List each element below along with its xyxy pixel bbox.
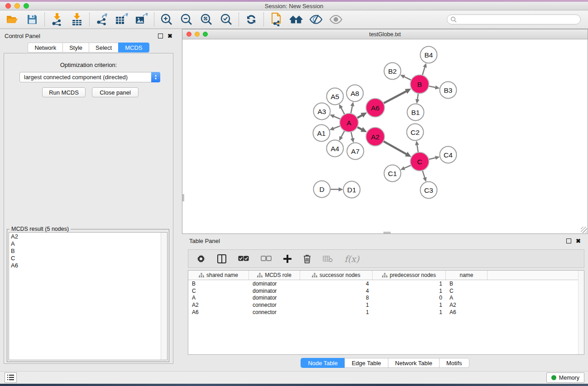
canvas-hscroll-nub[interactable] (383, 232, 391, 234)
node-A[interactable]: A (340, 114, 359, 132)
search-input[interactable] (457, 15, 580, 24)
table-cell[interactable]: A2 (188, 302, 249, 308)
node-table[interactable]: shared nameMCDS rolesuccessor nodesprede… (188, 270, 584, 355)
table-cell[interactable]: A6 (446, 309, 488, 315)
edge-A2-C[interactable] (383, 141, 406, 154)
edge-A6-B[interactable] (383, 91, 406, 104)
edge-A-A1[interactable] (334, 126, 341, 129)
node-C[interactable]: C (411, 152, 429, 171)
table-row[interactable]: A2connector11A2 (188, 301, 584, 309)
result-scrollbar[interactable] (161, 233, 167, 360)
table-cell[interactable]: dominator (249, 295, 300, 301)
table-cell[interactable]: 1 (373, 281, 446, 287)
table-cell[interactable]: 8 (300, 295, 373, 301)
node-A1[interactable]: A1 (313, 125, 330, 142)
column-header-name[interactable]: name (446, 271, 488, 280)
import-network-icon[interactable] (50, 13, 64, 26)
edge-A-A4[interactable] (341, 130, 345, 137)
delete-table-icon[interactable] (323, 255, 333, 262)
table-cell[interactable]: connector (249, 302, 300, 308)
task-history-button[interactable] (5, 372, 17, 383)
tab-network-table[interactable]: Network Table (388, 358, 439, 368)
criterion-dropdown[interactable]: largest connected component (directed) ▲… (19, 72, 160, 82)
table-row[interactable]: A6connector11A6 (188, 309, 584, 316)
result-item[interactable]: A6 (9, 262, 167, 269)
zoom-in-icon[interactable] (160, 13, 173, 26)
edge-B-B3[interactable] (428, 86, 435, 87)
network-graph[interactable]: B4B2BB3A5A8A6A3B1AA1A2C2A4A7C4CC1C3DD1 (182, 39, 588, 234)
node-B2[interactable]: B2 (384, 63, 401, 80)
table-cell[interactable]: 1 (373, 288, 446, 294)
export-network-icon[interactable] (95, 13, 109, 26)
zoom-fit-icon[interactable] (200, 13, 213, 26)
tab-select[interactable]: Select (89, 43, 118, 52)
edge-C-C2[interactable] (417, 145, 418, 153)
network-canvas[interactable]: B4B2BB3A5A8A6A3B1AA1A2C2A4A7C4CC1C3DD1 (182, 39, 588, 234)
table-cell[interactable]: 4 (300, 288, 373, 294)
result-item[interactable]: B (9, 247, 167, 254)
run-mcds-button[interactable]: Run MCDS (42, 87, 86, 97)
delete-icon[interactable] (303, 254, 311, 263)
table-cell[interactable]: C (188, 288, 249, 294)
close-icon[interactable]: ✖ (576, 238, 581, 243)
export-image-icon[interactable] (135, 13, 148, 26)
columns-icon[interactable] (217, 254, 226, 263)
edge-A-A5[interactable] (341, 108, 344, 115)
table-cell[interactable]: 1 (300, 309, 373, 315)
node-D1[interactable]: D1 (344, 181, 360, 198)
edge-C-C3[interactable] (422, 170, 425, 178)
node-C2[interactable]: C2 (407, 124, 424, 141)
table-cell[interactable]: A6 (188, 309, 249, 315)
table-cell[interactable]: dominator (249, 281, 300, 287)
table-cell[interactable]: 4 (300, 281, 373, 287)
tab-node-table[interactable]: Node Table (301, 358, 344, 368)
node-A8[interactable]: A8 (347, 85, 363, 102)
table-cell[interactable]: C (446, 288, 488, 294)
float-window-icon[interactable] (566, 238, 571, 243)
function-icon[interactable]: f(x) (344, 254, 359, 264)
table-cell[interactable]: A (188, 295, 249, 301)
table-cell[interactable]: 0 (373, 295, 446, 301)
edge-A-A3[interactable] (334, 116, 341, 119)
node-C4[interactable]: C4 (440, 147, 457, 163)
node-B1[interactable]: B1 (407, 104, 424, 121)
float-window-icon[interactable] (158, 33, 163, 38)
edge-B-B4[interactable] (422, 67, 425, 76)
edge-C-C1[interactable] (404, 165, 411, 168)
tab-network[interactable]: Network (28, 43, 62, 52)
search-field[interactable] (447, 14, 581, 24)
node-C1[interactable]: C1 (384, 165, 401, 182)
gear-icon[interactable] (196, 254, 206, 263)
node-B4[interactable]: B4 (421, 47, 437, 63)
edge-A-A6[interactable] (357, 115, 362, 119)
table-row[interactable]: Adominator80A (188, 295, 584, 302)
network-window-titlebar[interactable]: testGlobe.txt (182, 29, 588, 39)
memory-button[interactable]: Memory (546, 372, 584, 383)
hide-eye-icon[interactable] (309, 13, 323, 26)
node-A5[interactable]: A5 (327, 88, 344, 105)
save-icon[interactable] (25, 13, 39, 26)
node-D[interactable]: D (314, 181, 330, 198)
canvas-vscroll-nub[interactable] (182, 194, 184, 201)
column-header-predecessor-nodes[interactable]: predecessor nodes (373, 271, 446, 280)
import-table-icon[interactable] (70, 13, 84, 26)
zoom-out-icon[interactable] (180, 13, 193, 26)
edge-A-A8[interactable] (351, 106, 353, 114)
result-item[interactable]: C (9, 254, 167, 262)
node-B3[interactable]: B3 (440, 82, 457, 99)
resize-grip-icon[interactable] (581, 227, 587, 233)
network-file-icon[interactable] (269, 13, 283, 26)
table-cell[interactable]: A2 (446, 302, 488, 308)
table-scrollbar[interactable] (578, 271, 584, 354)
edge-C-C4[interactable] (428, 158, 435, 160)
node-B[interactable]: B (411, 75, 429, 94)
tab-edge-table[interactable]: Edge Table (344, 358, 388, 368)
table-cell[interactable]: 1 (373, 302, 446, 308)
node-A2[interactable]: A2 (366, 128, 385, 146)
select-all-icon[interactable] (238, 256, 249, 262)
table-cell[interactable]: connector (249, 309, 300, 315)
table-cell[interactable]: B (188, 281, 249, 287)
mcds-result-list[interactable]: A2ABCA6 (9, 232, 167, 360)
node-A3[interactable]: A3 (314, 103, 330, 120)
close-icon[interactable]: ✖ (167, 33, 172, 38)
